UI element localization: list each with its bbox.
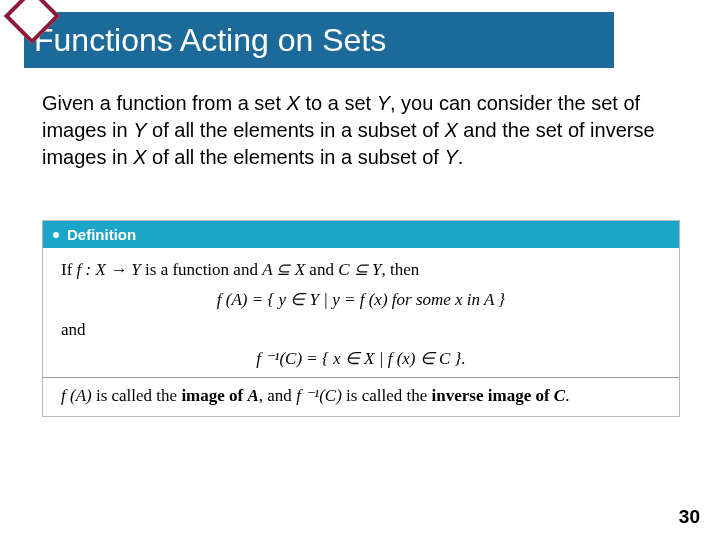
title-bar: Functions Acting on Sets xyxy=(24,12,614,68)
A-letter: A xyxy=(247,386,258,405)
slide-title: Functions Acting on Sets xyxy=(34,22,386,59)
equation-image: f (A) = { y ∈ Y | y = f (x) for some x i… xyxy=(61,288,661,312)
text: . xyxy=(458,146,464,168)
text: Given a function from a set xyxy=(42,92,287,114)
text: of all the elements in a subset of xyxy=(147,146,445,168)
finv-C: f ⁻¹(C) xyxy=(296,386,342,405)
definition-header-label: Definition xyxy=(67,226,136,243)
subset-A: A ⊆ X xyxy=(262,260,305,279)
text: to a set xyxy=(300,92,377,114)
text: is called the xyxy=(92,386,182,405)
slide-body-paragraph: Given a function from a set X to a set Y… xyxy=(42,90,662,171)
C-letter: C xyxy=(554,386,565,405)
definition-line-1: If f : X → Y is a function and A ⊆ X and… xyxy=(61,258,661,282)
text: , and xyxy=(259,386,296,405)
divider xyxy=(43,377,679,378)
and-text: and xyxy=(61,318,661,342)
fA: f (A) xyxy=(61,386,92,405)
definition-line-3: f (A) is called the image of A, and f ⁻¹… xyxy=(61,384,661,408)
text: If xyxy=(61,260,77,279)
var-X: X xyxy=(444,119,457,141)
var-X: X xyxy=(133,146,146,168)
text: , then xyxy=(381,260,419,279)
inverse-image-of-C-label: inverse image of xyxy=(432,386,554,405)
definition-header: Definition xyxy=(43,221,679,248)
fn-declaration: f : X → Y xyxy=(77,260,141,279)
var-X: X xyxy=(287,92,300,114)
text: of all the elements in a subset of xyxy=(147,119,445,141)
page-number: 30 xyxy=(679,506,700,528)
text: is a function and xyxy=(141,260,262,279)
var-Y: Y xyxy=(377,92,390,114)
text: is called the xyxy=(342,386,432,405)
text: and xyxy=(305,260,338,279)
definition-body: If f : X → Y is a function and A ⊆ X and… xyxy=(43,248,679,416)
var-Y: Y xyxy=(133,119,146,141)
subset-C: C ⊆ Y xyxy=(338,260,381,279)
definition-box: Definition If f : X → Y is a function an… xyxy=(42,220,680,417)
bullet-icon xyxy=(53,232,59,238)
equation-inverse-image: f ⁻¹(C) = { x ∈ X | f (x) ∈ C }. xyxy=(61,347,661,371)
text: . xyxy=(565,386,569,405)
image-of-A-label: image of xyxy=(181,386,247,405)
var-Y: Y xyxy=(444,146,457,168)
